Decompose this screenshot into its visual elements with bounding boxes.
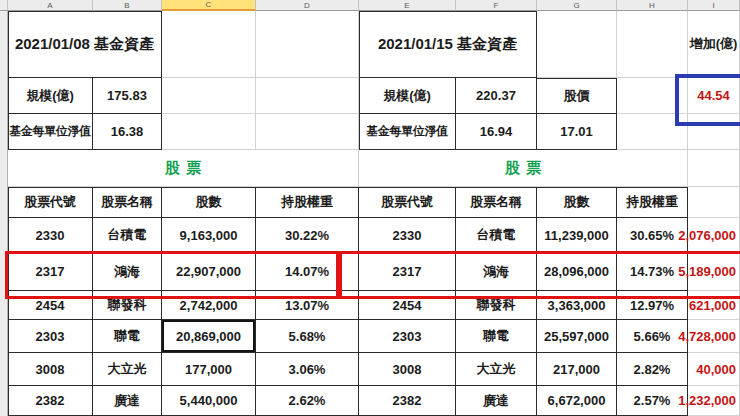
scale-value-right[interactable]: 220.37	[456, 78, 537, 114]
blank-cell[interactable]	[617, 78, 688, 114]
stock-name-cell[interactable]: 廣達	[456, 386, 537, 416]
blank-cell[interactable]	[162, 114, 256, 150]
shares-old-cell[interactable]: 5,440,000	[162, 386, 256, 416]
weight-header-right[interactable]: 持股權重	[617, 187, 688, 218]
weight-old-cell[interactable]: 2.62%	[256, 386, 359, 416]
column-header-d[interactable]: D	[256, 0, 359, 11]
column-header-i[interactable]: I	[688, 0, 740, 11]
stock-code-cell[interactable]: 2382	[8, 386, 93, 416]
stock-code-cell[interactable]: 2303	[359, 320, 456, 353]
stock-code-cell[interactable]: 2317	[8, 253, 93, 291]
increase-header-cell[interactable]: 增加(億)	[688, 11, 740, 78]
column-header-g[interactable]: G	[537, 0, 617, 11]
stock-code-cell[interactable]: 3008	[8, 353, 93, 386]
blank-cell[interactable]	[688, 114, 740, 150]
blank-cell[interactable]	[617, 114, 688, 150]
shares-increase-cell[interactable]: 621,000	[688, 291, 740, 320]
column-header-f[interactable]: F	[456, 0, 537, 11]
shares-old-cell[interactable]: 2,742,000	[162, 291, 256, 320]
stock-code-cell[interactable]: 3008	[359, 353, 456, 386]
weight-old-cell[interactable]: 3.06%	[256, 353, 359, 386]
shares-old-cell[interactable]: 9,163,000	[162, 218, 256, 253]
column-header-b[interactable]: B	[93, 0, 162, 11]
active-cell-shares-old[interactable]: 20,869,000	[162, 320, 256, 353]
shares-new-cell[interactable]: 3,363,000	[537, 291, 617, 320]
blank-cell[interactable]	[256, 78, 359, 114]
column-header-e[interactable]: E	[359, 0, 456, 11]
stock-name-header-right[interactable]: 股票名稱	[456, 187, 537, 218]
scale-label-right[interactable]: 規模(億)	[359, 78, 456, 114]
stock-code-cell[interactable]: 2382	[359, 386, 456, 416]
weight-new-cell[interactable]: 12.97%	[617, 291, 688, 320]
shares-increase-cell[interactable]: 4,728,000	[688, 320, 740, 353]
scale-value-left[interactable]: 175.83	[93, 78, 162, 114]
weight-old-cell[interactable]: 30.22%	[256, 218, 359, 253]
shares-new-cell[interactable]: 217,000	[537, 353, 617, 386]
shares-header-left[interactable]: 股數	[162, 187, 256, 218]
blank-cell[interactable]	[688, 150, 740, 187]
shares-old-cell[interactable]: 177,000	[162, 353, 256, 386]
stock-code-header-right[interactable]: 股票代號	[359, 187, 456, 218]
stock-code-cell[interactable]: 2330	[359, 218, 456, 253]
nav-value-right[interactable]: 16.94	[456, 114, 537, 150]
shares-increase-cell[interactable]: 5,189,000	[688, 253, 740, 291]
stock-code-header-left[interactable]: 股票代號	[8, 187, 93, 218]
stock-name-cell[interactable]: 鴻海	[93, 253, 162, 291]
blank-cell[interactable]	[162, 11, 256, 78]
fund-title-right[interactable]: 2021/01/15 基金資產	[359, 11, 537, 78]
blank-cell[interactable]	[256, 114, 359, 150]
weight-old-cell[interactable]: 5.68%	[256, 320, 359, 353]
blank-cell[interactable]	[537, 11, 617, 78]
blank-cell[interactable]	[688, 187, 740, 218]
stock-name-cell[interactable]: 聯發科	[93, 291, 162, 320]
column-header-c-selected[interactable]: C	[162, 0, 256, 11]
blank-cell[interactable]	[617, 11, 688, 78]
nav-label-right[interactable]: 基金每單位淨值	[359, 114, 456, 150]
price-value-cell[interactable]: 17.01	[537, 114, 617, 150]
shares-old-cell[interactable]: 22,907,000	[162, 253, 256, 291]
shares-increase-cell[interactable]: 2,076,000	[688, 218, 740, 253]
scale-label-left[interactable]: 規模(億)	[8, 78, 93, 114]
stock-code-cell[interactable]: 2303	[8, 320, 93, 353]
shares-header-right[interactable]: 股數	[537, 187, 617, 218]
stock-name-cell[interactable]: 台積電	[93, 218, 162, 253]
stock-name-cell[interactable]: 廣達	[93, 386, 162, 416]
weight-new-cell[interactable]: 2.82%	[617, 353, 688, 386]
nav-value-left[interactable]: 16.38	[93, 114, 162, 150]
stock-code-cell[interactable]: 2454	[359, 291, 456, 320]
stock-name-header-left[interactable]: 股票名稱	[93, 187, 162, 218]
price-label-cell[interactable]: 股價	[537, 78, 617, 114]
stock-name-cell[interactable]: 台積電	[456, 218, 537, 253]
nav-label-left[interactable]: 基金每單位淨值	[8, 114, 93, 150]
fund-title-left[interactable]: 2021/01/08 基金資產	[8, 11, 162, 78]
stock-name-cell[interactable]: 聯電	[456, 320, 537, 353]
shares-new-cell[interactable]: 25,597,000	[537, 320, 617, 353]
spreadsheet: A B C D E F G H I 2021/01/08 基金資產 2021/0…	[0, 0, 740, 416]
stocks-section-label-left[interactable]: 股票	[8, 150, 359, 187]
stock-name-cell[interactable]: 聯電	[93, 320, 162, 353]
shares-increase-cell[interactable]: 1,232,000	[688, 386, 740, 416]
stocks-section-label-right[interactable]: 股票	[359, 150, 688, 187]
stock-name-cell[interactable]: 聯發科	[456, 291, 537, 320]
stock-code-cell[interactable]: 2330	[8, 218, 93, 253]
stock-code-cell[interactable]: 2454	[8, 291, 93, 320]
weight-old-cell[interactable]: 13.07%	[256, 291, 359, 320]
stock-name-cell[interactable]: 大立光	[93, 353, 162, 386]
row-header-strip[interactable]	[0, 11, 8, 416]
shares-increase-cell[interactable]: 40,000	[688, 353, 740, 386]
weight-old-cell[interactable]: 14.07%	[256, 253, 359, 291]
column-header-h[interactable]: H	[617, 0, 688, 11]
shares-new-cell[interactable]: 11,239,000	[537, 218, 617, 253]
blank-cell[interactable]	[162, 78, 256, 114]
weight-header-left[interactable]: 持股權重	[256, 187, 359, 218]
stock-code-cell[interactable]: 2317	[359, 253, 456, 291]
shares-new-cell[interactable]: 28,096,000	[537, 253, 617, 291]
stock-name-cell[interactable]: 大立光	[456, 353, 537, 386]
column-header-a[interactable]: A	[8, 0, 93, 11]
blank-cell[interactable]	[256, 11, 359, 78]
stock-name-cell[interactable]: 鴻海	[456, 253, 537, 291]
increase-value-cell[interactable]: 44.54	[688, 78, 740, 114]
shares-new-cell[interactable]: 6,672,000	[537, 386, 617, 416]
select-all-corner[interactable]	[0, 0, 8, 11]
